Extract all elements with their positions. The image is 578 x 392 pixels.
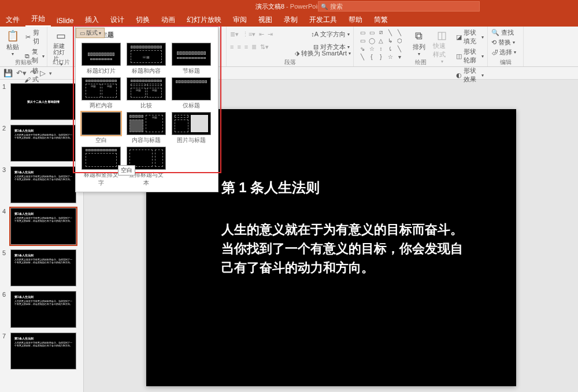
indent-left-icon[interactable]: ⇤ — [259, 31, 264, 38]
layout-option-section-header[interactable]: 节标题 — [172, 43, 211, 75]
thumbnail-5[interactable]: 第1条人生法则人生的意义就在于为有意义的目标而奋斗。当你找到了一个有意义的目标，… — [10, 249, 76, 286]
align-right-icon[interactable]: ≡ — [244, 43, 248, 50]
tab-insert[interactable]: 插入 — [79, 13, 105, 27]
line-spacing-icon[interactable]: ⇅▾ — [260, 43, 269, 51]
layout-option-blank[interactable]: 空白 — [81, 112, 121, 144]
cut-icon: ✂ — [24, 33, 31, 41]
qat-customize-icon[interactable]: ▾ — [49, 70, 52, 76]
chevron-down-icon: ▾ — [99, 31, 101, 36]
layout-option-title-only[interactable]: 仅标题 — [172, 77, 211, 110]
doc-name: 演示文稿8 — [255, 3, 284, 10]
select-icon: ⮰ — [491, 49, 498, 56]
tab-design[interactable]: 设计 — [105, 13, 130, 27]
search-box[interactable]: 🔍 搜索 — [318, 1, 480, 12]
find-icon: 🔍 — [491, 29, 499, 36]
slide-title[interactable]: 第 1 条人生法则 — [221, 178, 464, 197]
window-title: 演示文稿8 - PowerPoint — [255, 2, 323, 11]
effects-icon: ◐ — [456, 72, 462, 79]
layout-icon: ▭ — [80, 30, 85, 36]
ribbon-tabs: 文件 开始 iSlide 插入 设计 切换 动画 幻灯片放映 审阅 视图 录制 … — [0, 13, 578, 27]
tab-review[interactable]: 审阅 — [227, 13, 253, 27]
chevron-down-icon: ▾ — [12, 51, 14, 57]
cut-button[interactable]: ✂剪切 — [24, 28, 45, 46]
find-button[interactable]: 🔍查找 — [491, 28, 520, 38]
group-label: 剪贴板 — [0, 58, 47, 66]
replace-button[interactable]: ⟲替换▾ — [491, 38, 520, 47]
tab-slideshow[interactable]: 幻灯片放映 — [181, 13, 227, 27]
layout-option-title-content[interactable]: ⊞ ▦ 标题和内容 — [127, 43, 166, 75]
tab-islide[interactable]: iSlide — [51, 15, 79, 27]
indent-right-icon[interactable]: ⇥ — [268, 31, 273, 38]
layout-tooltip: 空白 — [118, 165, 135, 176]
layout-option-picture-caption[interactable]: 图片与标题 — [172, 112, 211, 144]
tab-view[interactable]: 视图 — [253, 13, 278, 27]
layout-option-title-slide[interactable]: 标题幻灯片 — [81, 43, 121, 75]
layout-option-title-vertical[interactable]: 标题和竖排文字 — [81, 147, 121, 187]
quick-styles-button[interactable]: ◫ 快速样式▾ — [431, 28, 454, 60]
thumbnail-3[interactable]: 第1条人生法则人生的意义就在于为有意义的目标而奋斗。当你找到了一个有意义的目标，… — [10, 166, 76, 203]
shapes-gallery[interactable]: ▭▭⧄╲╲▭◯ △↳⬡⇘☆↕ ⤹╲╲{}☆▾ — [357, 28, 407, 60]
text-direction-icon: ↕A — [311, 31, 318, 38]
search-placeholder: 搜索 — [330, 2, 343, 11]
tab-help[interactable]: 帮助 — [343, 13, 368, 27]
align-center-icon[interactable]: ≡ — [237, 43, 240, 50]
mouse-cursor: ↖ — [101, 157, 106, 165]
layout-option-comparison[interactable]: ⊞▦⊞▦ 比较 — [127, 77, 166, 110]
new-slide-icon: ▭ — [54, 29, 68, 43]
tab-transitions[interactable]: 切换 — [130, 13, 155, 27]
group-paragraph: ≣▾ ⋮≡▾ ⇤ ⇥ ↕A文字方向▾ ≡ ≡ ≡ ≣ ⇅▾ ⊟对齐文本▾ ⬗转换… — [227, 27, 354, 66]
layout-button[interactable]: ▭ 版式 ▾ — [76, 28, 105, 38]
tab-file[interactable]: 文件 — [0, 13, 25, 27]
replace-icon: ⟲ — [491, 39, 497, 46]
tab-home[interactable]: 开始 — [25, 12, 51, 27]
app-name: - PowerPoint — [286, 3, 323, 10]
paste-icon: 📋 — [6, 29, 20, 43]
thumbnail-4[interactable]: 第1条人生法则人生的意义就在于为有意义的目标而奋斗。当你找到了一个有意义的目标，… — [10, 208, 76, 245]
layout-dropdown: Office 主题 标题幻灯片 ⊞ ▦ 标题和内容 节标题 ⊞▦⊞▦ 两栏内容 … — [75, 27, 218, 192]
layout-option-content-caption[interactable]: ⊞▦ 内容与标题 — [127, 112, 166, 144]
save-icon[interactable]: 💾 — [3, 69, 13, 77]
text-direction-button[interactable]: ↕A文字方向▾ — [311, 29, 350, 39]
smartart-icon: ⬗ — [295, 50, 299, 57]
align-justify-icon[interactable]: ≣ — [251, 43, 257, 51]
slide-thumbnails[interactable]: 1 第从十二条人生 影响剧情 2 第1条人生法则人生的意义就在于为有意义的目标而… — [0, 80, 84, 392]
shape-effects-button[interactable]: ◐形状效果▾ — [456, 66, 484, 84]
brush-icon: 🖌 — [24, 76, 31, 84]
smartart-button[interactable]: ⬗转换为 SmartArt▾ — [295, 48, 351, 58]
arrange-icon: ⧉ — [412, 29, 426, 43]
tab-developer[interactable]: 开发工具 — [303, 13, 343, 27]
bullets-icon[interactable]: ≣▾ — [230, 31, 239, 38]
align-left-icon[interactable]: ≡ — [230, 43, 234, 50]
title-bar: 演示文稿8 - PowerPoint 🔍 搜索 — [0, 0, 578, 13]
fill-icon: ◪ — [456, 33, 462, 41]
layout-option-two-content[interactable]: ⊞▦⊞▦ 两栏内容 — [81, 77, 121, 110]
thumbnail-2[interactable]: 第1条人生法则人生的意义就在于为有意义的目标而奋斗。当你找到了一个有意义的目标，… — [10, 125, 76, 162]
group-drawing: ▭▭⧄╲╲▭◯ △↳⬡⇘☆↕ ⤹╲╲{}☆▾ ⧉ 排列▾ ◫ 快速样式▾ ◪形状… — [354, 27, 488, 66]
quick-styles-icon: ◫ — [435, 29, 449, 42]
group-editing: 🔍查找 ⟲替换▾ ⮰选择▾ 编辑 — [488, 27, 524, 66]
thumbnail-6[interactable]: 第1条人生法则人生的意义就在于为有意义的目标而奋斗。当你找到了一个有意义的目标，… — [10, 291, 76, 328]
group-slides: ▭ 新建 幻灯片 ▾ 幻灯片 — [47, 27, 75, 66]
arrange-button[interactable]: ⧉ 排列▾ — [410, 28, 428, 60]
thumbnail-7[interactable]: 第1条人生法则人生的意义就在于为有意义的目标而奋斗。当你找到了一个有意义的目标，… — [10, 333, 76, 369]
numbering-icon[interactable]: ⋮≡▾ — [242, 31, 255, 38]
paste-button[interactable]: 📋 粘贴 ▾ — [3, 28, 22, 60]
shape-fill-button[interactable]: ◪形状填充▾ — [456, 28, 484, 46]
select-button[interactable]: ⮰选择▾ — [491, 47, 520, 57]
tab-simptrad[interactable]: 简繁 — [368, 13, 394, 27]
search-icon: 🔍 — [321, 3, 328, 10]
thumbnail-1[interactable]: 第从十二条人生 影响剧情 — [10, 83, 76, 120]
tab-animations[interactable]: 动画 — [155, 13, 181, 27]
group-clipboard: 📋 粘贴 ▾ ✂剪切 ⧉复制▾ 🖌格式刷 剪贴板 — [0, 27, 47, 66]
slide-body[interactable]: 人生的意义就在于为有意义的目标而奋斗。当你找到了一个有意义的目标，你会发现自己有… — [221, 220, 464, 277]
tab-record[interactable]: 录制 — [278, 13, 303, 27]
